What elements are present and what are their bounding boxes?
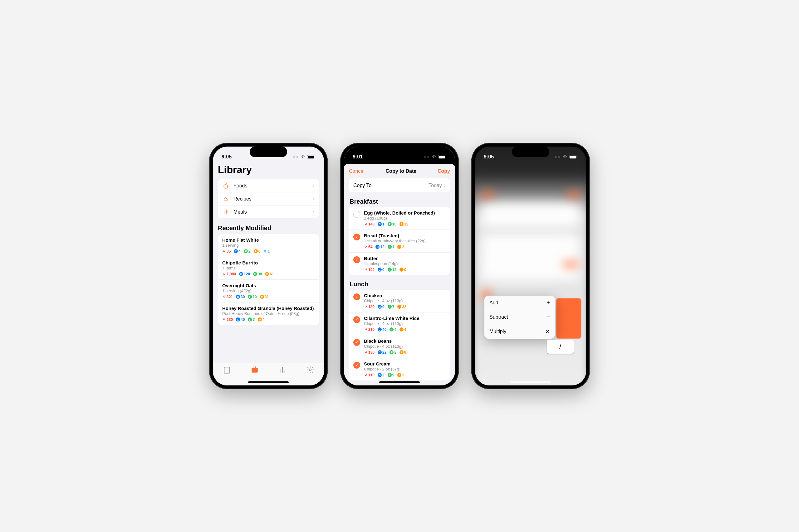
macro-p: P12	[399, 222, 408, 226]
macro-c: C40	[378, 327, 386, 332]
recent-title: Recently Modified	[218, 218, 319, 234]
notch	[381, 147, 418, 157]
macros: 321C30F10P31	[222, 294, 314, 299]
meal-item[interactable]: ✓ Cilantro-Lime White Rice Chipotle · 4 …	[349, 312, 450, 335]
check-icon[interactable]: ✓	[353, 339, 360, 346]
tab-library[interactable]	[251, 366, 259, 374]
item-sub: 1 small or thin/very thin slice (22g)	[364, 239, 446, 243]
ctx-subtract[interactable]: Subtract −	[485, 310, 555, 324]
ctx-label: Add	[489, 300, 498, 306]
macro-c: C40	[236, 318, 245, 322]
macro-cal: 321	[222, 294, 233, 299]
meal-section-card: ✓ Chicken Chipotle · 4 oz (113g) 180C0F7…	[349, 290, 450, 380]
check-icon[interactable]: ✓	[353, 293, 360, 300]
home-indicator[interactable]	[379, 381, 420, 383]
check-icon[interactable]: ✓	[353, 316, 360, 323]
item-name: Cilantro-Lime White Rice	[364, 316, 446, 321]
svg-rect-2	[314, 156, 315, 157]
svg-rect-1	[308, 156, 314, 158]
minus-icon: −	[546, 314, 550, 320]
tab-trends[interactable]	[278, 366, 287, 374]
macro-p: P8	[399, 350, 406, 355]
svg-point-6	[309, 369, 311, 371]
macro-cal: 35	[222, 249, 231, 253]
recent-item[interactable]: Chipotle Burrito 7 Items 1,080C120F38P61	[218, 257, 319, 280]
macros: 1,080C120F38P61	[222, 272, 314, 276]
status-icons: ••••	[293, 155, 315, 159]
status-time: 9:01	[353, 154, 363, 160]
macro-f: F1	[388, 245, 395, 249]
notch	[512, 147, 549, 157]
macro-f: F10	[388, 222, 396, 226]
nav-label: Meals	[234, 209, 308, 215]
tab-settings[interactable]	[306, 366, 314, 374]
macro-p: P31	[260, 295, 269, 299]
phone-library: 9:05 •••• Library Foods › Recipes ›	[209, 143, 328, 389]
meal-section-title: Lunch	[349, 275, 450, 290]
check-empty-icon[interactable]	[353, 211, 360, 218]
macros: 143C1F10P12	[364, 222, 446, 226]
macro-f: F9	[388, 373, 395, 377]
chevron-icon: ›	[313, 195, 314, 202]
macro-c: C4	[234, 249, 241, 253]
home-indicator[interactable]	[248, 381, 289, 383]
item-name: Chipotle Burrito	[222, 260, 314, 265]
key-label: /	[559, 343, 561, 351]
macro-f: F7	[248, 318, 255, 322]
macro-p: P0	[399, 268, 406, 272]
macro-f: F2	[389, 350, 396, 355]
copy-button[interactable]: Copy	[438, 168, 450, 174]
phone-context-menu: 9:05 •••• Add + Subtract − Multiply ✕ /	[471, 143, 590, 389]
modal-sheet: Cancel Copy to Date Copy Copy To Today ›…	[344, 164, 455, 385]
check-icon[interactable]: ✓	[353, 362, 360, 368]
page-title: Library	[218, 162, 319, 179]
phone-copy-to-date: 9:01 •••• Cancel Copy to Date Copy Copy …	[340, 143, 459, 389]
macro-f: F4	[389, 327, 396, 332]
macro-f: F2	[244, 249, 251, 253]
status-icons: ••••	[424, 155, 446, 159]
svg-rect-4	[224, 367, 230, 373]
ctx-multiply[interactable]: Multiply ✕	[485, 324, 555, 339]
nav-label: Foods	[234, 183, 308, 189]
cancel-button[interactable]: Cancel	[349, 168, 365, 174]
status-time: 9:05	[484, 154, 494, 160]
battery-icon	[569, 155, 577, 159]
meal-section-title: Breakfast	[349, 192, 450, 207]
svg-rect-8	[439, 156, 445, 158]
recent-item[interactable]: Overnight Oats 1 serving (422g) 321C30F1…	[218, 280, 319, 303]
macros: 230C40F7P4	[222, 317, 314, 322]
ctx-add[interactable]: Add +	[485, 296, 555, 310]
macro-water: 1	[264, 249, 270, 253]
item-name: Honey Roasted Granola (Honey Roasted)	[222, 306, 314, 311]
recent-item[interactable]: Home Flat White 1 serving 35C4F2P01	[218, 234, 319, 257]
macros: 35C4F2P01	[222, 249, 314, 253]
meal-item[interactable]: ✓ Butter 1 tablespoon (14g) 104C0F12P0	[349, 252, 450, 275]
macro-f: F38	[253, 272, 262, 276]
macros: 64C12F1P2	[364, 245, 446, 249]
copy-to-row[interactable]: Copy To Today ›	[349, 178, 450, 192]
item-sub: Post Honey Bunches of Oats · ½ cup (53g)	[222, 311, 314, 316]
divide-key[interactable]: /	[547, 340, 574, 354]
svg-rect-12	[577, 156, 577, 157]
item-name: Overnight Oats	[222, 283, 314, 288]
nav-recipes[interactable]: Recipes ›	[218, 192, 319, 206]
tab-today[interactable]	[223, 366, 231, 374]
macro-cal: 110	[364, 373, 375, 377]
home-indicator[interactable]	[510, 381, 551, 383]
meal-item[interactable]: Egg (Whole, Boiled or Poached) 2 egg (10…	[349, 207, 450, 230]
macro-c: C30	[236, 295, 245, 299]
meal-item[interactable]: ✓ Chicken Chipotle · 4 oz (113g) 180C0F7…	[349, 290, 450, 312]
recent-item[interactable]: Honey Roasted Granola (Honey Roasted) Po…	[218, 303, 319, 325]
nav-foods[interactable]: Foods ›	[218, 179, 319, 192]
check-icon[interactable]: ✓	[353, 233, 360, 241]
item-sub: Chipotle · 4 oz (113g)	[364, 344, 446, 349]
nav-meals[interactable]: Meals ›	[218, 206, 319, 218]
check-icon[interactable]: ✓	[353, 256, 360, 263]
item-sub: 2 egg (100g)	[364, 216, 446, 221]
item-name: Home Flat White	[222, 237, 314, 243]
meal-item[interactable]: ✓ Sour Cream Chipotle · 2 oz (57g) 110C2…	[349, 358, 450, 380]
status-icons: ••••	[555, 155, 577, 159]
meal-item[interactable]: ✓ Bread (Toasted) 1 small or thin/very t…	[349, 230, 450, 252]
meal-item[interactable]: ✓ Black Beans Chipotle · 4 oz (113g) 130…	[349, 335, 450, 358]
macro-cal: 143	[364, 222, 375, 226]
